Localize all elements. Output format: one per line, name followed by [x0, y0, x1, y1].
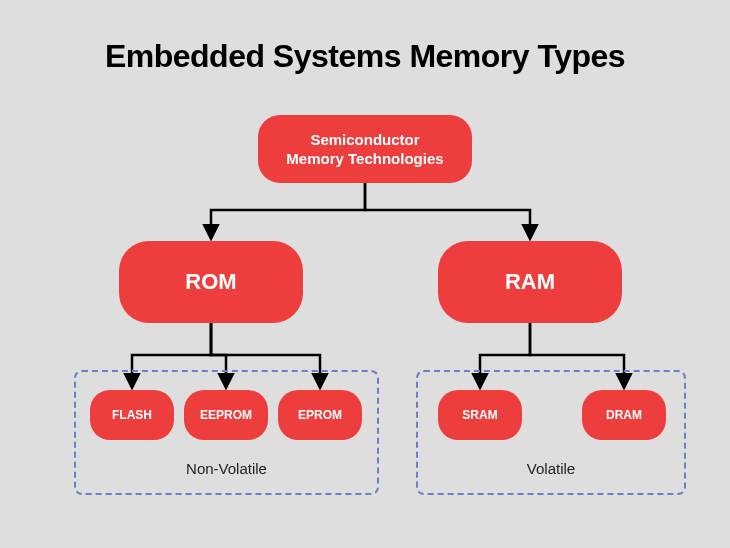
- node-rom: ROM: [119, 241, 303, 323]
- node-sram: SRAM: [438, 390, 522, 440]
- node-dram: DRAM: [582, 390, 666, 440]
- label-volatile: Volatile: [416, 460, 686, 477]
- page-title: Embedded Systems Memory Types: [0, 38, 730, 75]
- node-ram: RAM: [438, 241, 622, 323]
- label-nonvolatile: Non-Volatile: [74, 460, 379, 477]
- node-flash: FLASH: [90, 390, 174, 440]
- node-eprom: EPROM: [278, 390, 362, 440]
- node-root: SemiconductorMemory Technologies: [258, 115, 472, 183]
- node-eeprom: EEPROM: [184, 390, 268, 440]
